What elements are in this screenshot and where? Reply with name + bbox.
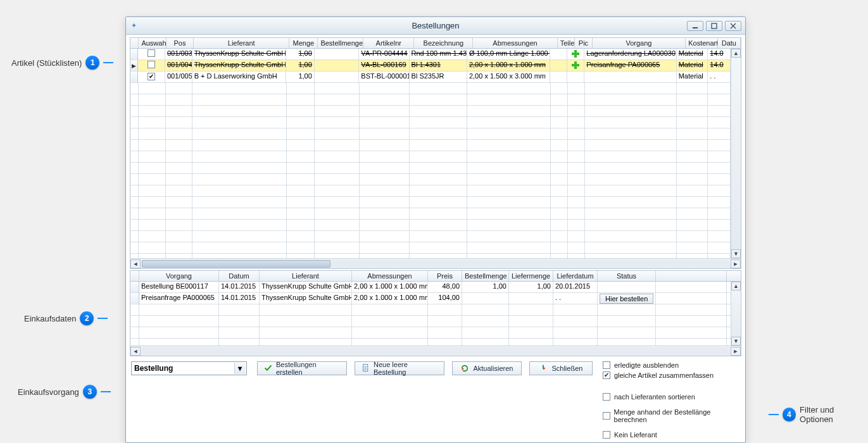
refresh-icon <box>460 364 469 373</box>
window-title: Bestellungen <box>126 21 745 30</box>
window: ✦ Bestellungen Auswahl Pos Lieferant Men… <box>125 16 746 443</box>
check-icon <box>264 364 272 373</box>
col-datum-b[interactable]: Datum <box>219 271 260 281</box>
col-pos[interactable]: Pos <box>167 38 194 48</box>
articles-grid[interactable]: Auswahl Pos Lieferant Menge Bestellmenge… <box>130 37 741 269</box>
col-vorgang-b[interactable]: Vorgang <box>139 271 219 281</box>
table-row[interactable]: Preisanfrage PA00006514.01.2015ThyssenKr… <box>130 293 731 304</box>
auswahl-checkbox[interactable] <box>148 61 155 68</box>
app-icon: ✦ <box>131 22 140 30</box>
annotation-line <box>101 391 111 392</box>
svg-rect-0 <box>693 27 698 28</box>
option-sort-supplier[interactable]: nach Lieferanten sortieren <box>603 393 740 401</box>
purchase-data-grid[interactable]: Vorgang Datum Lieferant Abmessungen Prei… <box>130 270 741 356</box>
option-hide-done[interactable]: erledigte ausblenden <box>603 361 740 369</box>
annotation-line <box>97 318 108 319</box>
col-kostenart[interactable]: Kostenart <box>686 38 717 48</box>
col-liefermenge-b[interactable]: Liefermenge <box>509 271 553 281</box>
svg-rect-1 <box>712 23 717 28</box>
annotation-text: Filter und Optionen <box>800 405 868 424</box>
table-row[interactable]: 001/003ThyssenKrupp Schulte GmbH1,00VA-P… <box>130 49 731 60</box>
plus-icon[interactable] <box>571 61 580 70</box>
window-close-button[interactable] <box>725 21 741 31</box>
close-button[interactable]: Schließen <box>529 361 593 375</box>
auswahl-checkbox[interactable] <box>148 49 155 57</box>
option-merge-articles[interactable]: gleiche Artikel zusammenfassen <box>603 371 740 379</box>
plus-icon[interactable] <box>571 49 580 58</box>
col-vorgang[interactable]: Vorgang <box>593 38 686 48</box>
table-row[interactable]: Bestellung BE00011714.01.2015ThyssenKrup… <box>130 282 731 293</box>
annotation-badge-3: 3 <box>83 385 97 399</box>
vertical-scrollbar[interactable]: ▲▼ <box>731 282 741 346</box>
annotation-text: Einkaufsvorgang <box>18 387 79 397</box>
refresh-button[interactable]: Aktualisieren <box>452 361 522 375</box>
annotation-badge-1: 1 <box>85 56 99 70</box>
col-bestellmenge-b[interactable]: Bestellmenge <box>462 271 509 281</box>
svg-rect-5 <box>572 64 579 66</box>
auswahl-checkbox[interactable] <box>148 73 155 80</box>
hier-bestellen-button[interactable]: Hier bestellen <box>600 294 653 304</box>
col-status-b[interactable]: Status <box>598 271 656 281</box>
annotation-text: Einkaufsdaten <box>24 314 76 323</box>
purchase-type-combo[interactable]: Bestellung ▾ <box>131 361 247 375</box>
titlebar: ✦ Bestellungen <box>126 17 745 35</box>
col-lieferdatum-b[interactable]: Lieferdatum <box>553 271 598 281</box>
table-row[interactable]: 001/005B + D Laserworking GmbH1,00BST-BL… <box>130 72 731 83</box>
create-orders-button[interactable]: Bestellungen erstellen <box>257 361 347 375</box>
col-abmessungen-b[interactable]: Abmessungen <box>352 271 428 281</box>
table-row[interactable]: ▶001/004ThyssenKrupp Schulte GmbH1,00VA-… <box>130 60 731 72</box>
col-abmessungen[interactable]: Abmessungen <box>473 38 557 48</box>
option-no-supplier[interactable]: Kein Lieferant <box>603 431 740 439</box>
col-teile[interactable]: Teile <box>558 38 576 48</box>
col-menge[interactable]: Menge <box>289 38 318 48</box>
horizontal-scrollbar[interactable]: ◄ ► <box>130 346 741 356</box>
combo-value: Bestellung <box>134 364 173 373</box>
col-bestellmenge[interactable]: Bestellmenge <box>318 38 363 48</box>
window-maximize-button[interactable] <box>706 21 722 31</box>
col-artikelnr[interactable]: Artikelnr <box>363 38 414 48</box>
annotation-badge-4: 4 <box>783 408 796 421</box>
chevron-down-icon: ▾ <box>234 363 246 374</box>
option-qty-by-length[interactable]: Menge anhand der Bestellänge berechnen <box>603 408 740 423</box>
new-empty-order-button[interactable]: Neue leere Bestellung <box>355 361 444 375</box>
col-auswahl[interactable]: Auswahl <box>139 38 166 48</box>
col-lieferant[interactable]: Lieferant <box>194 38 289 48</box>
window-minimize-button[interactable] <box>687 21 703 31</box>
col-lieferant-b[interactable]: Lieferant <box>260 271 352 281</box>
document-icon <box>362 364 370 373</box>
horizontal-scrollbar[interactable]: ◄ ► <box>130 258 741 268</box>
exit-icon <box>539 364 548 373</box>
col-preis-b[interactable]: Preis <box>428 271 462 281</box>
annotation-line <box>769 414 779 415</box>
vertical-scrollbar[interactable]: ▲▼ <box>731 49 741 258</box>
annotation-badge-2: 2 <box>80 311 94 325</box>
annotation-line <box>103 62 113 63</box>
col-datum[interactable]: Datu <box>718 38 741 48</box>
annotation-text: Artikel (Stücklisten) <box>11 58 82 68</box>
col-pic[interactable]: Pic <box>575 38 593 48</box>
col-bezeichnung[interactable]: Bezeichnung <box>414 38 473 48</box>
svg-rect-3 <box>572 53 579 55</box>
